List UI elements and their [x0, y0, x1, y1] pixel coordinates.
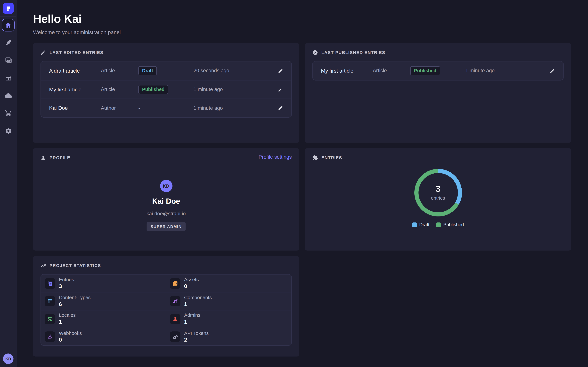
widget-header: PROFILE: [41, 154, 70, 161]
page-subtitle: Welcome to your administration panel: [33, 29, 571, 35]
cloud-icon: [5, 92, 12, 99]
widget-header: PROJECT STATISTICS: [41, 262, 292, 269]
stat-api-tokens: API Tokens 2: [166, 328, 291, 345]
status-badge: Published: [410, 66, 440, 75]
widget-header: ENTRIES: [312, 154, 564, 161]
edit-entry-button[interactable]: [278, 68, 283, 73]
profile-body: KD Kai Doe kai.doe@strapi.io SUPER ADMIN: [41, 161, 292, 231]
pencil-icon: [278, 87, 283, 92]
profile-settings-link[interactable]: Profile settings: [259, 154, 292, 160]
widget-header: LAST EDITED ENTRIES: [41, 49, 292, 56]
entry-name: My first article: [49, 86, 101, 92]
trending-up-icon: [41, 263, 46, 268]
entry-type: Author: [101, 105, 138, 111]
entry-time: 20 seconds ago: [194, 68, 274, 73]
legend-swatch-published: [436, 222, 441, 227]
edit-entry-button[interactable]: [278, 105, 283, 111]
last-published-table: My first article Article Published 1 min…: [312, 61, 564, 80]
sidebar-divider: [0, 350, 16, 350]
pencil-icon: [278, 105, 283, 111]
edit-entry-button[interactable]: [278, 87, 283, 92]
feather-icon: [5, 39, 12, 46]
sidebar-item-media-library[interactable]: [2, 54, 15, 67]
cluster-icon: [170, 296, 180, 307]
table-row: My first article Article Published 1 min…: [41, 80, 291, 99]
pencil-icon: [550, 68, 555, 73]
widget-project-statistics: PROJECT STATISTICS Entries 3: [33, 256, 299, 356]
stat-entries: Entries 3: [41, 275, 166, 292]
knot-icon: [45, 332, 55, 342]
entry-time: 1 minute ago: [194, 105, 274, 111]
check-circle-icon: [312, 50, 318, 55]
stat-assets: Assets 0: [166, 275, 291, 292]
legend-item-published: Published: [436, 222, 464, 227]
stat-label: Admins: [184, 313, 200, 318]
entries-donut-chart: 3 entries: [414, 169, 462, 217]
stat-value: 6: [59, 301, 90, 307]
documents-icon: [45, 278, 55, 289]
sidebar-item-marketplace[interactable]: [2, 107, 15, 119]
strapi-admin-dashboard: KD Hello Kai Welcome to your administrat…: [0, 0, 588, 367]
user-avatar[interactable]: KD: [3, 353, 13, 364]
widget-grid: LAST EDITED ENTRIES A draft article Arti…: [33, 43, 571, 357]
last-edited-table: A draft article Article Draft 20 seconds…: [41, 61, 292, 117]
key-icon: [170, 332, 180, 342]
stat-label: Webhooks: [59, 331, 82, 336]
strapi-logo[interactable]: [3, 3, 14, 14]
table-row: A draft article Article Draft 20 seconds…: [41, 61, 291, 80]
stat-value: 1: [59, 319, 76, 325]
layout-icon: [45, 296, 55, 307]
pencil-icon: [278, 68, 283, 73]
layout-icon: [5, 74, 12, 82]
entry-time: 1 minute ago: [194, 87, 274, 92]
stat-label: Entries: [59, 277, 74, 283]
entries-chart-area: 3 entries Draft Published: [312, 161, 564, 227]
puzzle-icon: [312, 155, 318, 160]
stat-value: 1: [184, 301, 212, 307]
sidebar-item-content-type-builder[interactable]: [2, 72, 15, 84]
stat-label: Assets: [184, 277, 199, 283]
sidebar: KD: [0, 0, 17, 367]
stat-admins: Admins 1: [166, 310, 291, 328]
legend-label: Published: [443, 222, 464, 227]
stat-value: 0: [59, 336, 82, 343]
image-icon: [170, 278, 180, 289]
cart-icon: [5, 110, 12, 117]
images-icon: [5, 57, 12, 64]
stat-label: API Tokens: [184, 331, 208, 336]
stat-label: Components: [184, 295, 212, 301]
entry-type: Article: [101, 87, 138, 92]
stat-value: 2: [184, 336, 208, 343]
profile-email: kai.doe@strapi.io: [147, 211, 186, 217]
entry-name: A draft article: [49, 68, 101, 74]
stat-content-types: Content-Types 6: [41, 292, 166, 310]
sidebar-item-home[interactable]: [2, 19, 15, 32]
entry-name: Kai Doe: [49, 105, 101, 111]
status-badge: Published: [138, 85, 168, 94]
sidebar-item-cloud[interactable]: [2, 89, 15, 102]
widget-entries: ENTRIES 3 entries: [305, 148, 571, 250]
strapi-logo-icon: [5, 5, 11, 11]
widget-title: PROJECT STATISTICS: [50, 263, 101, 268]
person-icon: [41, 155, 46, 160]
widget-title: PROFILE: [50, 155, 70, 160]
entry-type: Article: [101, 68, 138, 73]
stat-value: 3: [59, 283, 74, 289]
stat-value: 1: [184, 319, 200, 325]
main-content: Hello Kai Welcome to your administration…: [17, 0, 588, 367]
profile-avatar: KD: [160, 180, 172, 192]
edit-entry-button[interactable]: [550, 68, 555, 73]
sidebar-item-settings[interactable]: [2, 124, 15, 137]
stat-label: Locales: [59, 313, 76, 318]
entries-unit: entries: [431, 195, 445, 201]
widget-title: ENTRIES: [321, 155, 342, 160]
table-row: My first article Article Published 1 min…: [313, 61, 563, 80]
person-icon: [170, 314, 180, 324]
sidebar-nav: [0, 19, 17, 137]
globe-icon: [45, 314, 55, 324]
sidebar-item-content-manager[interactable]: [2, 36, 15, 49]
widget-profile: PROFILE Profile settings KD Kai Doe kai.…: [33, 148, 299, 250]
profile-name: Kai Doe: [152, 197, 180, 206]
stat-locales: Locales 1: [41, 310, 166, 328]
stat-value: 0: [184, 283, 199, 289]
